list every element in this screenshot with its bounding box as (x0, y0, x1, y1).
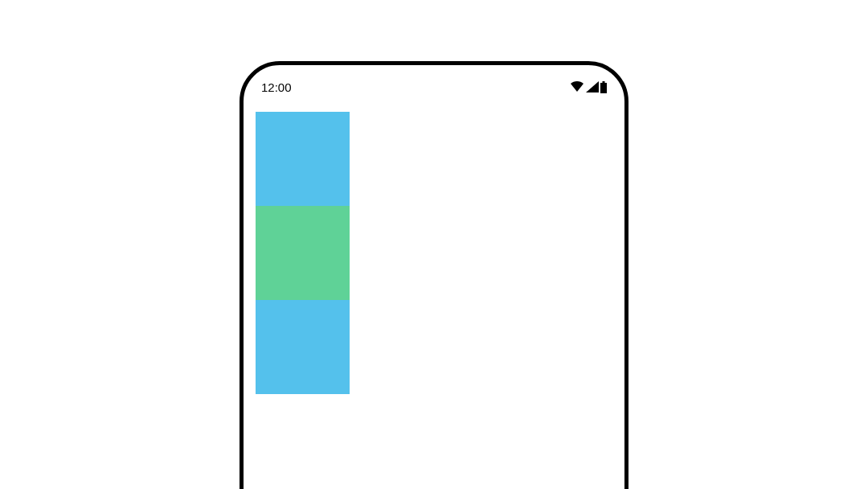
phone-frame: 12:00 (240, 61, 628, 489)
color-block-middle (256, 206, 350, 300)
color-block-top (256, 112, 350, 206)
svg-rect-1 (603, 81, 605, 83)
content-area (244, 97, 624, 409)
battery-icon (600, 81, 607, 93)
wifi-icon (570, 81, 584, 92)
status-icons (570, 81, 607, 93)
status-bar: 12:00 (244, 65, 624, 97)
status-time: 12:00 (261, 80, 292, 94)
color-block-bottom (256, 300, 350, 394)
svg-rect-0 (600, 83, 607, 93)
color-stack (256, 112, 350, 394)
cellular-icon (586, 81, 599, 92)
